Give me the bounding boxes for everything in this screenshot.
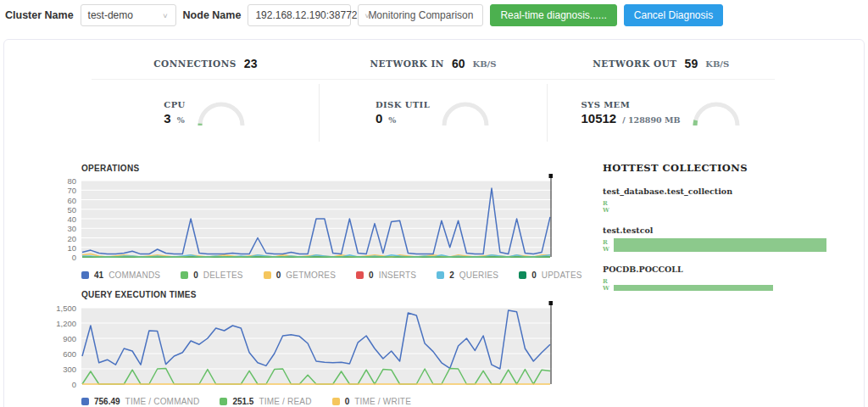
connections-label: CONNECTIONS — [153, 59, 236, 69]
operations-y-axis: 01020304050607080 — [44, 174, 76, 259]
cpu-gauge-arc — [196, 99, 247, 133]
hottest-collections-panel: HOTTEST COLLECTIONS test_database.test_c… — [603, 162, 849, 291]
query-times-legend: 756.49 TIME / COMMAND 251.5 TIME / READ … — [81, 397, 411, 406]
deletes-swatch-icon — [181, 271, 188, 279]
network-in-label: NETWORK IN — [370, 59, 444, 69]
collection-item: test_database.test_collection R W — [603, 187, 849, 213]
time-command-swatch-icon — [81, 398, 89, 405]
network-out-stat: NETWORK OUT 59 KB/S — [547, 48, 775, 79]
top-toolbar: Cluster Name test-demo ∨ Node Name 192.1… — [0, 0, 868, 31]
sys-mem-value: 10512 — [581, 111, 616, 125]
cluster-select-value: test-demo — [88, 9, 133, 21]
node-select-value: 192.168.12.190:38772 — [255, 9, 357, 21]
query-times-y-axis: 03006009001,2001,500 — [44, 301, 76, 386]
legend-item-updates[interactable]: 0 UPDATES — [519, 270, 581, 280]
y-tick-label: 50 — [44, 205, 76, 215]
legend-item-inserts[interactable]: 0 INSERTS — [356, 270, 416, 280]
network-out-label: NETWORK OUT — [593, 59, 676, 69]
disk-util-label: DISK UTIL — [376, 100, 430, 109]
collection-name: test.testcol — [603, 226, 849, 235]
legend-item-commands[interactable]: 41 COMMANDS — [81, 270, 160, 280]
collection-item: POCDB.POCCOLL R W — [603, 265, 849, 291]
time-read-swatch-icon — [220, 398, 227, 405]
y-tick-label: 0 — [44, 253, 76, 262]
query-times-plot-area[interactable] — [81, 301, 553, 386]
operations-plot-area[interactable] — [81, 174, 553, 259]
write-label: W — [603, 284, 614, 292]
y-tick-label: 0 — [44, 380, 76, 389]
y-tick-label: 80 — [44, 176, 76, 186]
y-tick-label: 10 — [44, 243, 76, 253]
disk-util-value: 0 — [376, 111, 382, 125]
write-label: W — [603, 206, 614, 214]
network-in-value: 60 — [452, 57, 465, 70]
disk-util-gauge-section: DISK UTIL 0 % — [319, 84, 547, 142]
sys-mem-gauge-section: SYS MEM 10512 / 128890 MB — [547, 84, 775, 142]
node-name-label: Node Name — [183, 9, 242, 21]
sys-mem-label: SYS MEM — [581, 100, 680, 109]
hottest-collections-title: HOTTEST COLLECTIONS — [603, 162, 849, 174]
y-tick-label: 900 — [44, 334, 76, 343]
query-times-chart[interactable]: 03006009001,2001,500 — [81, 301, 553, 386]
write-bar — [614, 245, 826, 252]
legend-item-time-write[interactable]: 0 TIME / WRITE — [332, 397, 411, 406]
disk-util-gauge-arc — [440, 99, 491, 133]
y-tick-label: 20 — [44, 234, 76, 243]
inserts-swatch-icon — [356, 271, 364, 279]
network-out-unit: KB/S — [705, 59, 729, 69]
network-out-value: 59 — [685, 57, 698, 70]
legend-item-time-command[interactable]: 756.49 TIME / COMMAND — [81, 397, 199, 406]
operations-legend: 41 COMMANDS 0 DELETES 0 GETMORES 0 INSER… — [81, 270, 582, 280]
y-tick-label: 60 — [44, 196, 76, 205]
sys-mem-gauge-arc — [691, 99, 742, 133]
commands-swatch-icon — [81, 271, 89, 279]
y-tick-label: 30 — [44, 224, 76, 233]
updates-swatch-icon — [519, 271, 526, 279]
legend-item-queries[interactable]: 2 QUERIES — [437, 270, 498, 280]
cluster-name-label: Cluster Name — [5, 9, 74, 21]
chevron-down-icon: ∨ — [162, 12, 168, 20]
y-tick-label: 1,200 — [44, 319, 76, 328]
cpu-label: CPU — [164, 100, 185, 109]
collection-name: POCDB.POCCOLL — [603, 265, 849, 274]
write-label: W — [603, 245, 614, 253]
cancel-diagnosis-button[interactable]: Cancel Diagnosis — [624, 4, 723, 26]
cpu-unit: % — [177, 115, 185, 125]
cpu-value: 3 — [164, 111, 170, 125]
network-in-stat: NETWORK IN 60 KB/S — [320, 48, 548, 79]
collection-name: test_database.test_collection — [603, 187, 849, 196]
y-tick-label: 1,500 — [44, 304, 76, 313]
sys-mem-unit: / 128890 MB — [622, 115, 680, 125]
legend-item-deletes[interactable]: 0 DELETES — [181, 270, 243, 280]
legend-item-getmores[interactable]: 0 GETMORES — [264, 270, 336, 280]
disk-util-unit: % — [388, 115, 396, 125]
write-bar — [614, 285, 773, 291]
cpu-gauge-section: CPU 3 % — [92, 84, 319, 142]
connections-value: 23 — [244, 57, 258, 70]
queries-swatch-icon — [437, 271, 444, 279]
gauges-row: CPU 3 % DISK UTIL 0 % SYS MEM — [92, 84, 775, 142]
time-write-swatch-icon — [332, 398, 340, 405]
query-times-chart-title: QUERY EXECUTION TIMES — [81, 290, 197, 299]
getmores-swatch-icon — [264, 271, 271, 279]
y-tick-label: 70 — [44, 186, 76, 195]
stats-row: CONNECTIONS 23 NETWORK IN 60 KB/S NETWOR… — [92, 48, 775, 80]
realtime-diagnosis-button[interactable]: Real-time diagnosis...... — [490, 4, 616, 26]
y-tick-label: 40 — [44, 215, 76, 224]
connections-stat: CONNECTIONS 23 — [92, 48, 320, 79]
chevron-down-icon: ∨ — [364, 12, 370, 20]
operations-chart-title: OPERATIONS — [81, 164, 139, 173]
dashboard-card: CONNECTIONS 23 NETWORK IN 60 KB/S NETWOR… — [3, 39, 865, 407]
collection-item: test.testcol R W — [603, 226, 849, 252]
y-tick-label: 300 — [44, 365, 76, 374]
read-bar — [614, 238, 826, 245]
y-tick-label: 600 — [44, 349, 76, 359]
operations-chart[interactable]: 01020304050607080 — [81, 174, 553, 259]
monitoring-comparison-button[interactable]: Monitoring Comparison — [358, 4, 483, 26]
legend-item-time-read[interactable]: 251.5 TIME / READ — [220, 397, 311, 406]
network-in-unit: KB/S — [472, 59, 496, 69]
cluster-select[interactable]: test-demo ∨ — [81, 4, 176, 26]
node-select[interactable]: 192.168.12.190:38772 ∨ — [248, 4, 351, 26]
